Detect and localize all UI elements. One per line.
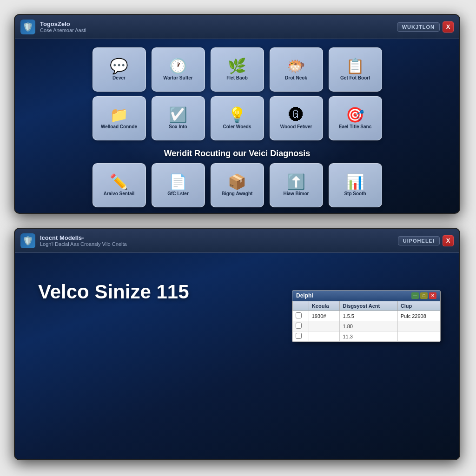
top-window-title: TogosZelo (40, 20, 397, 27)
icon-coler-woeds[interactable]: 💡 Coler Woeds (211, 96, 264, 140)
get-fot-boorl-label: Get Fot Boorl (338, 75, 372, 81)
top-app-icon: 🛡️ (20, 20, 35, 34)
delphi-row-1: 1930# 1.5.5 Pulc 22908 (293, 311, 440, 321)
top-window-subtitle: Cose Anemoar Aasti (40, 27, 397, 33)
delphi-close-btn[interactable]: ✕ (429, 292, 436, 299)
delphi-row-3: 11.3 (293, 331, 440, 342)
delphi-titlebar: Delphi — □ ✕ (292, 291, 440, 301)
coler-woeds-label: Coler Woeds (221, 124, 253, 130)
dever-icon: 💬 (110, 59, 128, 73)
top-titlebar: 🛡️ TogosZelo Cose Anemoar Aasti WUKJTLON… (15, 15, 459, 39)
icon-eael-title-sanc[interactable]: 🎯 Eael Title Sanc (329, 96, 382, 140)
delphi-row3-col2: 11.3 (340, 331, 397, 342)
top-title-group: TogosZelo Cose Anemoar Aasti (40, 20, 397, 33)
top-titlebar-action-btn[interactable]: WUKJTLON (397, 22, 440, 32)
icon-row-1: 💬 Dever 🕐 Wartor Sufter 🌿 Flet Baob 🐡 Dr… (24, 47, 450, 92)
araivo-sentail-icon: ✏️ (110, 174, 128, 189)
stp-sooth-label: Stp Sooth (342, 191, 368, 197)
delphi-row2-check (293, 321, 309, 331)
delphi-title: Delphi (296, 292, 313, 299)
icon-dever[interactable]: 💬 Dever (93, 47, 146, 92)
icon-bigng-awaght[interactable]: 📦 Bigng Awaght (211, 163, 264, 207)
bottom-titlebar-action-btn[interactable]: UIPOHELEI (398, 236, 440, 245)
stp-sooth-icon: 📊 (346, 174, 364, 189)
icon-woood-fetwer[interactable]: 🅖 Woood Fetwer (270, 96, 323, 140)
woood-fetwer-label: Woood Fetwer (278, 124, 314, 130)
wartor-sufter-label: Wartor Sufter (161, 75, 195, 81)
delphi-checkbox-2[interactable] (296, 323, 302, 329)
delphi-window-buttons: — □ ✕ (411, 292, 436, 299)
delphi-checkbox-3[interactable] (296, 333, 302, 339)
welload-connde-label: Welload Connde (99, 124, 139, 130)
delphi-row1-col2: 1.5.5 (340, 311, 397, 321)
icon-welload-connde[interactable]: 📁 Welload Connde (93, 96, 146, 140)
flet-baob-icon: 🌿 (228, 59, 246, 73)
delphi-row3-col3 (397, 331, 440, 342)
bottom-window-subtitle: Logn'l Daclal Aas Croansly Vilo Cnelta (40, 241, 398, 247)
delphi-row1-col3: Pulc 22908 (397, 311, 440, 321)
delphi-row2-col2: 1.80 (340, 321, 397, 331)
icon-row-2: 📁 Welload Connde ☑️ Sox Into 💡 Coler Woe… (24, 96, 450, 140)
sox-into-icon: ☑️ (169, 107, 187, 122)
top-titlebar-buttons: WUKJTLON X (397, 21, 454, 33)
delphi-col-disgsyost: Disgsyost Aent (340, 301, 397, 311)
icon-flet-baob[interactable]: 🌿 Flet Baob (211, 47, 264, 92)
gfc-lster-label: GfC Lster (165, 191, 191, 197)
sox-into-label: Sox Into (167, 124, 189, 130)
bigng-awaght-label: Bigng Awaght (220, 191, 255, 197)
bottom-main-content: Velco Sinize 115 Delphi — □ ✕ Keoula Dis… (15, 253, 459, 322)
wartor-sufter-icon: 🕐 (169, 59, 187, 73)
delphi-col-clup: Clup (397, 301, 440, 311)
delphi-row2-col3 (397, 321, 440, 331)
delphi-table: Keoula Disgsyost Aent Clup 1930# 1.5.5 P… (292, 301, 440, 342)
gfc-lster-icon: 📄 (169, 174, 187, 189)
bottom-titlebar: 🛡️ Icocnt Modells- Logn'l Daclal Aas Cro… (15, 229, 459, 253)
eael-title-sanc-icon: 🎯 (346, 107, 364, 122)
woood-fetwer-icon: 🅖 (289, 107, 304, 122)
icon-gfc-lster[interactable]: 📄 GfC Lster (152, 163, 205, 207)
top-close-button[interactable]: X (443, 21, 454, 33)
icon-grid: 💬 Dever 🕐 Wartor Sufter 🌿 Flet Baob 🐡 Dr… (15, 39, 459, 214)
hiaw-bimor-icon: ⬆️ (287, 174, 305, 189)
welload-connde-icon: 📁 (110, 107, 128, 122)
bottom-title-group: Icocnt Modells- Logn'l Daclal Aas Croans… (40, 234, 398, 247)
icon-get-fot-boorl[interactable]: 📋 Get Fot Boorl (329, 47, 382, 92)
icon-drot-neok[interactable]: 🐡 Drot Neok (270, 47, 323, 92)
icon-araivo-sentail[interactable]: ✏️ Araivo Sentail (93, 163, 146, 207)
araivo-sentail-label: Araivo Sentail (102, 191, 137, 197)
coler-woeds-icon: 💡 (228, 107, 246, 122)
eael-title-sanc-label: Eael Title Sanc (337, 124, 373, 130)
icon-sox-into[interactable]: ☑️ Sox Into (152, 96, 205, 140)
delphi-col-checkbox (293, 301, 309, 311)
diagnosis-text: Weridit Rocuting our Veici Diagnosis (24, 145, 450, 163)
delphi-subwindow: Delphi — □ ✕ Keoula Disgsyost Aent Clup (292, 290, 441, 342)
delphi-col-keoula: Keoula (309, 301, 340, 311)
bottom-titlebar-buttons: UIPOHELEI X (398, 235, 454, 246)
top-window: 🛡️ TogosZelo Cose Anemoar Aasti WUKJTLON… (14, 14, 460, 214)
hiaw-bimor-label: Hiaw Bimor (281, 191, 311, 197)
delphi-maximize-btn[interactable]: □ (420, 292, 428, 299)
drot-neok-label: Drot Neok (283, 75, 309, 81)
delphi-row1-check (293, 311, 309, 321)
delphi-row1-col1: 1930# (309, 311, 340, 321)
icon-row-3: ✏️ Araivo Sentail 📄 GfC Lster 📦 Bigng Aw… (24, 163, 450, 207)
drot-neok-icon: 🐡 (287, 59, 305, 73)
bottom-close-button[interactable]: X (443, 235, 454, 246)
delphi-row-2: 1.80 (293, 321, 440, 331)
bottom-window: 🛡️ Icocnt Modells- Logn'l Daclal Aas Cro… (14, 228, 460, 460)
get-fot-boorl-icon: 📋 (346, 59, 364, 73)
bottom-window-title: Icocnt Modells- (40, 234, 398, 241)
flet-baob-label: Flet Baob (225, 75, 250, 81)
icon-wartor-sufter[interactable]: 🕐 Wartor Sufter (152, 47, 205, 92)
icon-stp-sooth[interactable]: 📊 Stp Sooth (329, 163, 382, 207)
delphi-checkbox-1[interactable] (296, 312, 302, 318)
delphi-row3-check (293, 331, 309, 342)
bottom-app-icon: 🛡️ (20, 233, 35, 248)
delphi-row2-col1 (309, 321, 340, 331)
dever-label: Dever (111, 75, 127, 81)
delphi-row3-col1 (309, 331, 340, 342)
delphi-minimize-btn[interactable]: — (411, 292, 419, 299)
icon-hiaw-bimor[interactable]: ⬆️ Hiaw Bimor (270, 163, 323, 207)
bigng-awaght-icon: 📦 (228, 174, 246, 189)
